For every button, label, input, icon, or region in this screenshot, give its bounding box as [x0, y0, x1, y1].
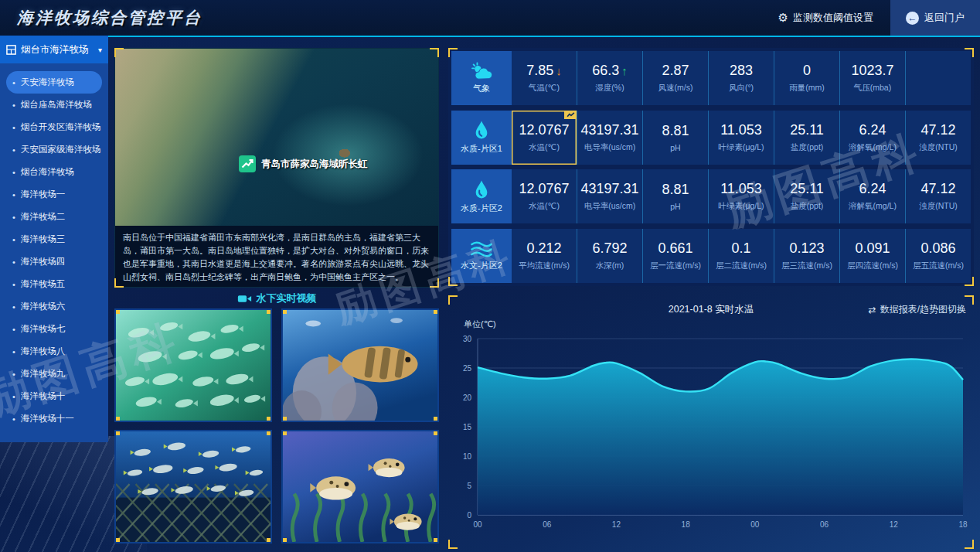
- metric-cell[interactable]: 12.0767水温(℃): [512, 111, 577, 165]
- metric-value: 47.12: [920, 181, 955, 197]
- metric-list: 7.85↓气温(℃)66.3↑湿度(%)2.87风速(m/s)283风向(°)0…: [512, 51, 971, 105]
- sidebar-item[interactable]: •烟台庙岛海洋牧场: [6, 94, 102, 116]
- bullet-icon: •: [12, 302, 15, 312]
- sidebar-item-label: 海洋牧场六: [21, 301, 66, 312]
- sidebar-item[interactable]: •海洋牧场七: [6, 318, 102, 340]
- svg-text:15: 15: [463, 423, 472, 431]
- metric-cell[interactable]: 0雨量(mm): [774, 51, 839, 105]
- video-thumbnail-pufferfish[interactable]: [281, 430, 439, 543]
- trend-chart-icon: [239, 155, 256, 172]
- video-thumbnail-grouper-coral[interactable]: [281, 308, 439, 422]
- satellite-map[interactable]: 青岛市薛家岛海域昕长虹: [115, 49, 438, 226]
- svg-text:20: 20: [463, 394, 472, 402]
- metric-cell[interactable]: 0.086层五流速(m/s): [905, 229, 971, 283]
- svg-text:10: 10: [463, 452, 472, 461]
- metric-cell[interactable]: 6.792水深(m): [577, 229, 642, 283]
- metric-cell[interactable]: 0.212平均流速(m/s): [512, 229, 577, 283]
- sidebar-item[interactable]: •海洋牧场二: [6, 206, 102, 228]
- metric-cell[interactable]: 66.3↑湿度(%): [577, 51, 642, 105]
- svg-text:12: 12: [612, 520, 621, 529]
- bullet-icon: •: [12, 78, 15, 87]
- video-grid: [114, 308, 439, 543]
- video-thumbnail-fish-over-net[interactable]: [114, 430, 272, 543]
- metric-cell[interactable]: 283风向(°): [708, 51, 774, 105]
- top-header: 海洋牧场综合管控平台 ⚙ 监测数值阈值设置 ← 返回门户: [0, 0, 980, 37]
- metric-value: 12.0767: [519, 181, 569, 197]
- metric-value: 12.0767: [519, 122, 569, 138]
- svg-text:25: 25: [463, 364, 472, 373]
- metric-label: 叶绿素(μg/L): [718, 201, 764, 212]
- metric-label: 叶绿素(μg/L): [718, 142, 764, 153]
- sidebar-item-label: 海洋牧场九: [21, 368, 66, 380]
- metric-cell[interactable]: 25.11盐度(ppt): [774, 169, 839, 223]
- sidebar-item[interactable]: •海洋牧场八: [6, 340, 102, 363]
- metric-label: 电导率(us/cm): [584, 142, 636, 153]
- svg-text:00: 00: [473, 520, 482, 529]
- chart-toggle-button[interactable]: ⇄ 数据报表/趋势图切换: [869, 303, 966, 316]
- metric-cell[interactable]: 11.053叶绿素(μg/L): [708, 169, 774, 223]
- metric-value: 2.87: [662, 63, 689, 79]
- swap-arrows-icon: ⇄: [869, 305, 876, 315]
- back-to-portal-button[interactable]: ← 返回门户: [890, 0, 980, 36]
- metric-cell[interactable]: 1023.7气压(mba): [839, 51, 905, 105]
- water-drop-icon: [473, 120, 490, 141]
- metric-list: 12.0767水温(℃)43197.31电导率(us/cm)8.81pH11.0…: [512, 169, 971, 223]
- bullet-icon: •: [12, 392, 15, 401]
- metric-value: 6.24: [859, 181, 886, 197]
- metric-cell[interactable]: 47.12浊度(NTU): [905, 169, 971, 223]
- sidebar-item-label: 海洋牧场十: [21, 390, 66, 402]
- metric-label: 水温(℃): [529, 142, 560, 153]
- metric-cell[interactable]: 6.24溶解氧(mg/L): [839, 111, 905, 165]
- trend-down-icon: ↓: [556, 64, 562, 77]
- metric-cell[interactable]: 12.0767水温(℃): [512, 169, 577, 223]
- sidebar-item[interactable]: •海洋牧场五: [6, 273, 102, 295]
- metric-label: 风速(m/s): [658, 83, 693, 94]
- sidebar-item[interactable]: •天安海洋牧场: [6, 71, 102, 94]
- sidebar-item[interactable]: •海洋牧场四: [6, 250, 102, 273]
- metric-value: 11.053: [720, 122, 762, 138]
- metric-cell[interactable]: 6.24溶解氧(mg/L): [839, 169, 905, 223]
- metric-cell[interactable]: 8.81pH: [642, 111, 708, 165]
- monitoring-panel: 气象7.85↓气温(℃)66.3↑湿度(%)2.87风速(m/s)283风向(°…: [448, 48, 974, 286]
- threshold-settings-button[interactable]: ⚙ 监测数值阈值设置: [778, 0, 873, 36]
- sidebar-item-label: 海洋牧场二: [21, 211, 66, 223]
- metric-cell[interactable]: 25.11盐度(ppt): [774, 111, 839, 165]
- dashboard: 海洋牧场综合管控平台 ⚙ 监测数值阈值设置 ← 返回门户 烟台市海洋牧场 ▾ •…: [0, 0, 980, 552]
- sidebar-item-label: 海洋牧场八: [21, 346, 66, 357]
- metric-cell[interactable]: 7.85↓气温(℃): [512, 51, 577, 105]
- metric-cell[interactable]: 11.053叶绿素(μg/L): [708, 111, 774, 165]
- metric-cell[interactable]: [905, 51, 971, 105]
- metric-value: 43197.31: [580, 122, 638, 138]
- metric-cell[interactable]: 43197.31电导率(us/cm): [577, 169, 642, 223]
- metric-cell[interactable]: 2.87风速(m/s): [642, 51, 708, 105]
- bullet-icon: •: [12, 280, 15, 289]
- monitor-row: 水文-片区20.212平均流速(m/s)6.792水深(m)0.661层一流速(…: [451, 229, 971, 283]
- metric-cell[interactable]: 8.81pH: [642, 169, 708, 223]
- metric-cell[interactable]: 0.091层四流速(m/s): [839, 229, 905, 283]
- sidebar-item[interactable]: •海洋牧场九: [6, 363, 102, 385]
- bullet-icon: •: [12, 101, 15, 110]
- sidebar-item[interactable]: •烟台海洋牧场: [6, 161, 102, 183]
- metric-cell[interactable]: 43197.31电导率(us/cm): [577, 111, 642, 165]
- sidebar-region-selector[interactable]: 烟台市海洋牧场 ▾: [0, 36, 108, 63]
- metric-cell[interactable]: 47.12浊度(NTU): [905, 111, 971, 165]
- sidebar-item[interactable]: •海洋牧场三: [6, 228, 102, 250]
- metric-label: 层二流速(m/s): [716, 261, 767, 271]
- water-temp-chart-panel: 2021-01-8 实时水温 ⇄ 数据报表/趋势图切换 单位(℃) 051015…: [448, 295, 974, 549]
- metric-label: 层五流速(m/s): [913, 261, 964, 271]
- sidebar-item[interactable]: •天安国家级海洋牧场: [6, 138, 102, 161]
- sidebar-item-label: 天安国家级海洋牧场: [21, 144, 101, 155]
- video-thumbnail-fish-school[interactable]: [114, 308, 272, 422]
- metric-cell[interactable]: 0.1层二流速(m/s): [708, 229, 774, 283]
- metric-label: 平均流速(m/s): [519, 261, 570, 271]
- sidebar-item[interactable]: •烟台开发区海洋牧场: [6, 116, 102, 138]
- sidebar-item[interactable]: •海洋牧场十: [6, 385, 102, 407]
- sidebar-item[interactable]: •海洋牧场十一: [6, 407, 102, 430]
- metric-value: 11.053: [720, 181, 762, 197]
- metric-cell[interactable]: 0.123层三流速(m/s): [774, 229, 839, 283]
- metric-cell[interactable]: 0.661层一流速(m/s): [642, 229, 708, 283]
- sidebar-item[interactable]: •海洋牧场一: [6, 183, 102, 206]
- row-icon-cell: 水文-片区2: [451, 229, 512, 283]
- sidebar-item[interactable]: •海洋牧场六: [6, 295, 102, 318]
- map-marker[interactable]: 青岛市薛家岛海域昕长虹: [239, 155, 368, 172]
